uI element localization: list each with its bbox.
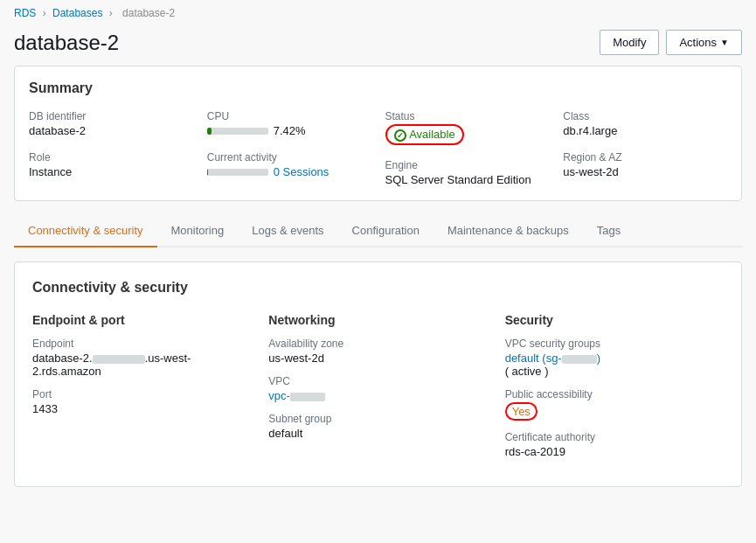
db-identifier-label: DB identifier [29,110,193,122]
public-field: Public accessibility Yes [505,388,724,421]
header-buttons: Modify Actions [600,30,742,55]
current-activity-label: Current activity [207,151,371,164]
status-label: Status [385,110,550,122]
page-header: database-2 Modify Actions [0,26,756,66]
role-value: Instance [29,165,193,178]
endpoint-col-title: Endpoint & port [32,313,251,327]
status-available: ✓ Available [385,124,464,145]
cert-value: rds-ca-2019 [505,445,724,458]
sessions-bar-background [207,169,268,176]
breadcrumb-current: database-2 [122,7,175,19]
port-label: Port [32,388,251,400]
summary-col-3: Status ✓ Available Engine SQL Server Sta… [385,110,550,186]
region-value: us-west-2d [563,165,727,178]
subnet-value: default [268,427,487,440]
breadcrumb-databases[interactable]: Databases [52,7,102,19]
vpc-label: VPC [268,375,487,387]
sg-label: VPC security groups [505,338,724,350]
cpu-bar-fill [207,128,212,135]
tab-configuration[interactable]: Configuration [338,215,433,247]
content-grid: Endpoint & port Endpoint database-2..us-… [32,313,724,469]
tab-monitoring[interactable]: Monitoring [157,215,239,247]
cpu-bar-container: 7.42% [207,124,371,137]
endpoint-col: Endpoint & port Endpoint database-2..us-… [32,313,251,469]
port-value: 1433 [32,402,251,415]
breadcrumb: RDS › Databases › database-2 [0,0,756,26]
page-title: database-2 [14,31,119,55]
sg-link[interactable]: default (sg-) [505,352,600,365]
actions-button[interactable]: Actions [666,30,742,55]
vpc-link[interactable]: vpc- [268,389,325,402]
region-label: Region & AZ [563,151,727,164]
tab-tags[interactable]: Tags [583,215,635,247]
security-col: Security VPC security groups default (sg… [505,313,724,469]
summary-grid: DB identifier database-2 Role Instance C… [29,110,727,186]
cpu-bar-background [207,128,268,135]
az-field: Availability zone us-west-2d [268,338,487,365]
summary-title: Summary [29,80,727,96]
role-label: Role [29,151,193,164]
db-identifier-value: database-2 [29,124,193,137]
subnet-label: Subnet group [268,413,487,425]
sessions-link[interactable]: 0 Sessions [274,165,329,178]
status-available-wrapper: ✓ Available [385,124,464,145]
sg-field: VPC security groups default (sg-) ( acti… [505,338,724,378]
cert-field: Certificate authority rds-ca-2019 [505,431,724,458]
tab-maintenance[interactable]: Maintenance & backups [433,215,583,247]
networking-col-title: Networking [268,313,487,327]
tab-connectivity[interactable]: Connectivity & security [14,215,157,247]
networking-col: Networking Availability zone us-west-2d … [268,313,487,469]
summary-col-2: CPU 7.42% Current activity 0 Sessions [207,110,371,186]
sessions-bar-container: 0 Sessions [207,165,371,178]
public-label: Public accessibility [505,388,724,400]
content-section: Connectivity & security Endpoint & port … [14,261,742,487]
vpc-value: vpc- [268,389,487,402]
az-value: us-west-2d [268,352,487,365]
vpc-redacted [290,393,325,401]
summary-section: Summary DB identifier database-2 Role In… [14,66,742,201]
class-label: Class [563,110,727,122]
public-value: Yes [505,402,724,421]
status-icon: ✓ [394,129,406,142]
cpu-percent: 7.42% [274,124,306,137]
subnet-field: Subnet group default [268,413,487,440]
status-text: Available [409,128,455,141]
cert-label: Certificate authority [505,431,724,443]
sg-redacted [562,355,597,364]
sg-value: default (sg-) ( active ) [505,352,724,378]
engine-value: SQL Server Standard Edition [385,173,550,186]
endpoint-redacted [93,355,145,364]
sg-status: ( active ) [505,365,549,378]
endpoint-label: Endpoint [32,338,251,350]
cpu-label: CPU [207,110,371,122]
content-title: Connectivity & security [32,280,724,296]
engine-label: Engine [385,159,550,171]
summary-col-4: Class db.r4.large Region & AZ us-west-2d [563,110,727,186]
sessions-bar-fill [207,169,208,176]
summary-col-1: DB identifier database-2 Role Instance [29,110,193,186]
az-label: Availability zone [268,338,487,350]
modify-button[interactable]: Modify [600,30,659,55]
vpc-field: VPC vpc- [268,375,487,402]
tabs-container: Connectivity & security Monitoring Logs … [14,215,742,247]
tab-logs[interactable]: Logs & events [238,215,337,247]
class-value: db.r4.large [563,124,727,137]
endpoint-value: database-2..us-west-2.rds.amazon [32,352,251,378]
public-yes: Yes [505,402,538,421]
security-col-title: Security [505,313,724,327]
breadcrumb-rds[interactable]: RDS [14,7,36,19]
port-field: Port 1433 [32,388,251,415]
endpoint-field: Endpoint database-2..us-west-2.rds.amazo… [32,338,251,378]
